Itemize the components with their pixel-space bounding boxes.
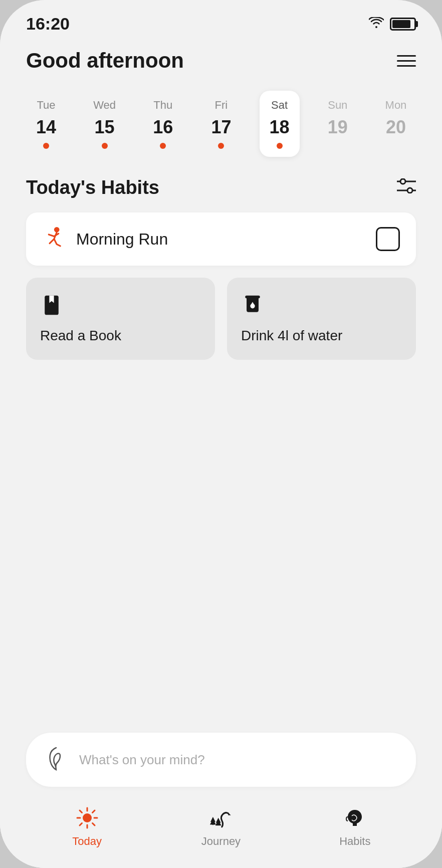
run-icon [42,227,65,252]
day-name-thu: Thu [153,99,172,112]
day-num-tue: 14 [36,117,56,138]
habit-water-name: Drink 4l of water [241,328,342,344]
habit-morning-run[interactable]: Morning Run [26,212,416,266]
habit-read-book[interactable]: Read a Book [26,278,215,360]
calendar-days: Tue 14 Wed 15 Thu 16 Fr [26,91,416,157]
habits-title: Today's Habits [26,177,159,198]
day-num-thu: 16 [153,117,173,138]
day-num-mon: 20 [386,117,406,138]
svg-line-14 [80,810,82,813]
water-icon [241,294,264,319]
calendar-day-fri[interactable]: Fri 17 [201,91,241,157]
journal-avatar [42,745,70,775]
wifi-icon [369,16,384,32]
habit-run-name: Morning Run [76,230,168,249]
day-name-tue: Tue [37,99,55,112]
greeting: Good afternoon [26,49,184,73]
status-time: 16:20 [26,14,70,34]
day-name-mon: Mon [385,99,407,112]
day-dot-fri [218,143,224,149]
status-icons [369,16,416,32]
svg-point-9 [83,813,92,822]
habit-run-left: Morning Run [42,227,168,252]
habit-book-name: Read a Book [40,328,121,344]
svg-point-3 [407,188,412,193]
day-name-sat: Sat [271,99,288,112]
svg-line-17 [80,823,82,826]
svg-point-4 [54,227,60,233]
menu-line-2 [397,60,416,62]
day-dot-thu [160,143,166,149]
nav-journey-label: Journey [201,835,241,848]
journal-placeholder: What's on your mind? [79,752,205,768]
battery-icon [390,18,416,31]
journal-section: What's on your mind? [0,723,442,797]
calendar-day-thu[interactable]: Thu 16 [143,91,183,157]
day-name-sun: Sun [328,99,347,112]
svg-rect-7 [245,296,260,299]
journal-input-bar[interactable]: What's on your mind? [26,733,416,787]
menu-line-3 [397,65,416,67]
day-num-sat: 18 [270,117,290,138]
today-icon [76,807,98,831]
battery-fill [392,20,410,28]
svg-line-15 [92,823,95,826]
day-dot-tue [43,143,49,149]
svg-line-16 [92,810,95,813]
habits-header: Today's Habits [26,177,416,198]
day-name-fri: Fri [215,99,228,112]
calendar-day-wed[interactable]: Wed 15 [84,91,125,157]
screen: 16:20 Good afternoon [0,0,442,868]
bottom-nav: Today Journey [0,797,442,868]
day-num-wed: 15 [95,117,115,138]
nav-habits-label: Habits [339,835,370,848]
day-name-wed: Wed [93,99,116,112]
calendar-day-tue[interactable]: Tue 14 [26,91,66,157]
menu-button[interactable] [397,55,416,67]
habits-nav-icon [344,807,366,831]
nav-today[interactable]: Today [62,807,112,848]
calendar-day-sun[interactable]: Sun 19 [318,91,358,146]
calendar: Tue 14 Wed 15 Thu 16 Fr [0,81,442,167]
phone-frame: 16:20 Good afternoon [0,0,442,868]
svg-point-2 [400,179,405,184]
header: Good afternoon [0,39,442,81]
day-dot-sat [277,143,283,149]
day-dot-wed [102,143,108,149]
menu-line-1 [397,55,416,57]
filter-button[interactable] [397,178,416,197]
habit-drink-water[interactable]: Drink 4l of water [227,278,416,360]
day-num-fri: 17 [211,117,231,138]
book-icon [40,294,63,319]
habit-run-checkbox[interactable] [376,227,400,251]
habits-section: Today's Habits [0,167,442,723]
journey-icon [208,807,234,831]
status-bar: 16:20 [0,0,442,39]
nav-habits[interactable]: Habits [330,807,380,848]
habit-cards-grid: Read a Book [26,278,416,360]
nav-journey[interactable]: Journey [196,807,246,848]
day-num-sun: 19 [328,117,348,138]
calendar-day-mon[interactable]: Mon 20 [376,91,416,146]
nav-today-label: Today [72,835,102,848]
calendar-day-sat[interactable]: Sat 18 [260,91,300,157]
